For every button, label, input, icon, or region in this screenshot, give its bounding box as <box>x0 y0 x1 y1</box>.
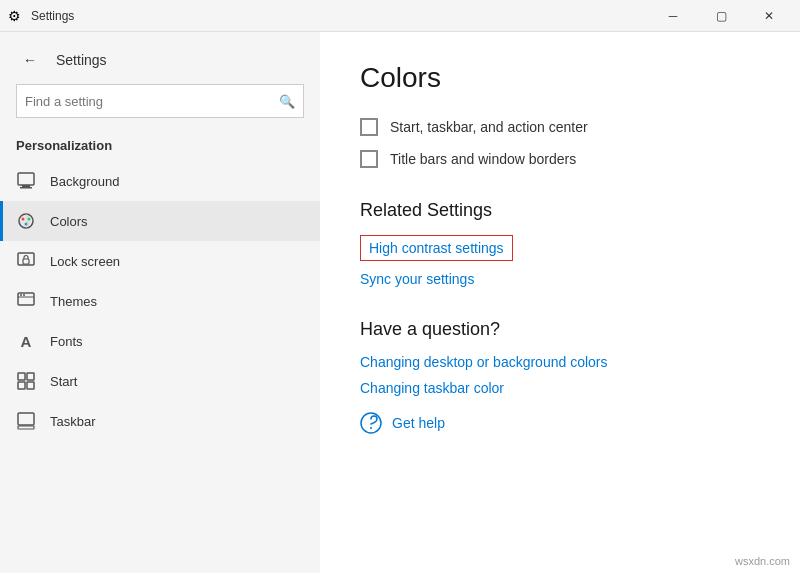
title-bar-left: ⚙ Settings <box>8 8 74 24</box>
svg-rect-12 <box>18 373 25 380</box>
maximize-button[interactable]: ▢ <box>698 0 744 32</box>
sidebar-app-title: Settings <box>56 52 107 68</box>
sidebar-item-themes[interactable]: Themes <box>0 281 320 321</box>
sidebar-item-start-label: Start <box>50 374 77 389</box>
checkbox-title-bars-label: Title bars and window borders <box>390 151 576 167</box>
search-input[interactable] <box>25 94 279 109</box>
svg-rect-17 <box>18 426 34 429</box>
high-contrast-link[interactable]: High contrast settings <box>360 235 513 261</box>
svg-point-5 <box>28 218 31 221</box>
themes-icon <box>16 291 36 311</box>
search-box[interactable]: 🔍 <box>16 84 304 118</box>
sidebar-item-background[interactable]: Background <box>0 161 320 201</box>
lock-screen-icon <box>16 251 36 271</box>
search-icon: 🔍 <box>279 94 295 109</box>
svg-rect-2 <box>20 187 32 189</box>
svg-point-6 <box>25 223 28 226</box>
svg-point-10 <box>20 294 22 296</box>
changing-taskbar-link[interactable]: Changing taskbar color <box>360 380 760 396</box>
svg-rect-8 <box>23 259 29 264</box>
title-bar-controls: ─ ▢ ✕ <box>650 0 792 32</box>
start-icon <box>16 371 36 391</box>
checkbox-start-taskbar[interactable] <box>360 118 378 136</box>
svg-rect-14 <box>18 382 25 389</box>
svg-rect-0 <box>18 173 34 185</box>
changing-desktop-link[interactable]: Changing desktop or background colors <box>360 354 760 370</box>
sidebar-item-lock-screen[interactable]: Lock screen <box>0 241 320 281</box>
svg-rect-13 <box>27 373 34 380</box>
have-question-heading: Have a question? <box>360 319 760 340</box>
checkbox-row-title-bars: Title bars and window borders <box>360 150 760 168</box>
svg-rect-15 <box>27 382 34 389</box>
section-label: Personalization <box>0 134 320 161</box>
fonts-icon: A <box>16 331 36 351</box>
sidebar-item-start[interactable]: Start <box>0 361 320 401</box>
related-settings-heading: Related Settings <box>360 200 760 221</box>
svg-point-4 <box>22 218 25 221</box>
sidebar-item-themes-label: Themes <box>50 294 97 309</box>
checkbox-title-bars[interactable] <box>360 150 378 168</box>
minimize-button[interactable]: ─ <box>650 0 696 32</box>
checkbox-row-start-taskbar: Start, taskbar, and action center <box>360 118 760 136</box>
svg-rect-16 <box>18 413 34 425</box>
sidebar-item-taskbar[interactable]: Taskbar <box>0 401 320 441</box>
svg-point-18 <box>361 413 381 433</box>
sidebar-item-fonts-label: Fonts <box>50 334 83 349</box>
title-bar-title: Settings <box>31 9 74 23</box>
sidebar-item-colors[interactable]: Colors <box>0 201 320 241</box>
sidebar-item-fonts[interactable]: A Fonts <box>0 321 320 361</box>
svg-point-19 <box>370 427 372 429</box>
colors-icon <box>16 211 36 231</box>
background-icon <box>16 171 36 191</box>
sidebar-item-lock-screen-label: Lock screen <box>50 254 120 269</box>
sidebar-item-taskbar-label: Taskbar <box>50 414 96 429</box>
get-help-row: Get help <box>360 412 760 434</box>
high-contrast-link-container: High contrast settings <box>360 235 760 271</box>
svg-point-11 <box>23 294 25 296</box>
main-content: Colors Start, taskbar, and action center… <box>320 32 800 573</box>
svg-rect-1 <box>22 185 30 187</box>
sidebar-header: ← Settings <box>0 32 320 84</box>
app-icon: ⚙ <box>8 8 21 24</box>
sidebar-item-background-label: Background <box>50 174 119 189</box>
page-title: Colors <box>360 62 760 94</box>
checkbox-start-taskbar-label: Start, taskbar, and action center <box>390 119 588 135</box>
taskbar-icon <box>16 411 36 431</box>
get-help-link[interactable]: Get help <box>392 415 445 431</box>
sync-settings-link[interactable]: Sync your settings <box>360 271 760 287</box>
sidebar: ← Settings 🔍 Personalization Background <box>0 32 320 573</box>
title-bar: ⚙ Settings ─ ▢ ✕ <box>0 0 800 32</box>
get-help-icon <box>360 412 382 434</box>
sidebar-item-colors-label: Colors <box>50 214 88 229</box>
back-button[interactable]: ← <box>16 46 44 74</box>
close-button[interactable]: ✕ <box>746 0 792 32</box>
app-body: ← Settings 🔍 Personalization Background <box>0 32 800 573</box>
